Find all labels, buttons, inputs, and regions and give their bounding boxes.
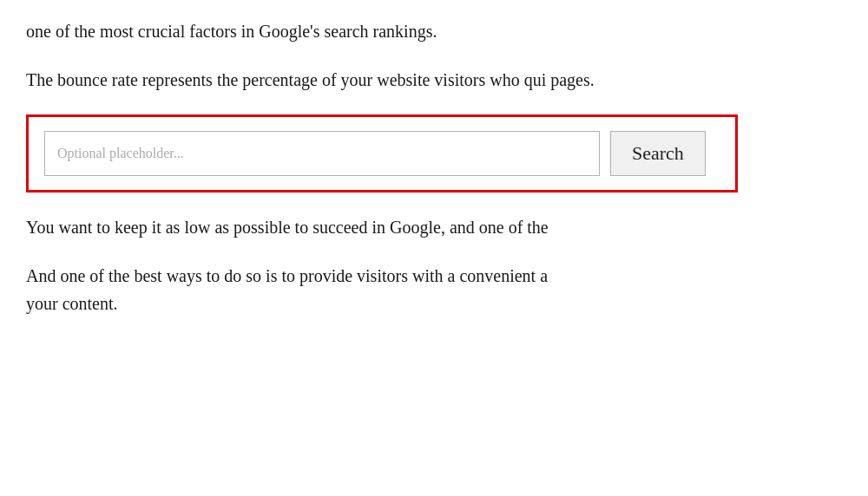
search-widget: Search <box>26 114 738 193</box>
paragraph-4-line2: your content. <box>26 294 118 313</box>
search-button[interactable]: Search <box>610 131 706 176</box>
paragraph-4: And one of the best ways to do so is to … <box>26 262 842 317</box>
search-input[interactable] <box>44 131 600 176</box>
paragraph-3: You want to keep it as low as possible t… <box>26 213 842 241</box>
paragraph-1: one of the most crucial factors in Googl… <box>26 17 842 45</box>
paragraph-4-line1: And one of the best ways to do so is to … <box>26 266 548 285</box>
paragraph-2: The bounce rate represents the percentag… <box>26 66 842 94</box>
